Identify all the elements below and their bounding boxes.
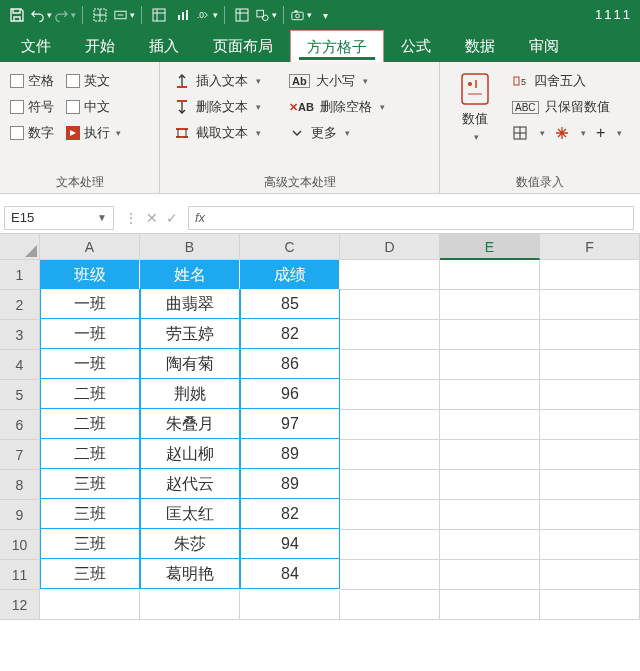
freeze-icon[interactable]: [231, 4, 253, 26]
format-table-icon[interactable]: [148, 4, 170, 26]
col-header-A[interactable]: A: [40, 234, 140, 260]
col-header-C[interactable]: C: [240, 234, 340, 260]
cell-F7[interactable]: [540, 440, 640, 470]
row-header-4[interactable]: 4: [0, 350, 40, 380]
cell-A5[interactable]: 二班: [40, 379, 140, 409]
row-header-12[interactable]: 12: [0, 590, 40, 620]
cmd-keep-num[interactable]: ABC 只保留数值: [508, 94, 626, 120]
row-header-11[interactable]: 11: [0, 560, 40, 590]
cell-E1[interactable]: [440, 260, 540, 290]
cell-B11[interactable]: 葛明艳: [140, 559, 240, 589]
cell-D4[interactable]: [340, 350, 440, 380]
cell-C1[interactable]: 成绩: [240, 260, 340, 290]
cell-C7[interactable]: 89: [240, 439, 340, 469]
row-header-10[interactable]: 10: [0, 530, 40, 560]
cell-E10[interactable]: [440, 530, 540, 560]
cell-B7[interactable]: 赵山柳: [140, 439, 240, 469]
cell-D7[interactable]: [340, 440, 440, 470]
cell-A1[interactable]: 班级: [40, 260, 140, 290]
tab-home[interactable]: 开始: [68, 30, 132, 62]
cell-F1[interactable]: [540, 260, 640, 290]
check-space[interactable]: 空格: [10, 68, 54, 94]
cell-B4[interactable]: 陶有菊: [140, 349, 240, 379]
table-border-icon[interactable]: [89, 4, 111, 26]
cell-D9[interactable]: [340, 500, 440, 530]
cell-D5[interactable]: [340, 380, 440, 410]
cell-B10[interactable]: 朱莎: [140, 529, 240, 559]
cmd-case[interactable]: Ab 大小写▾: [285, 68, 389, 94]
undo-icon[interactable]: ▾: [30, 4, 52, 26]
save-icon[interactable]: [6, 4, 28, 26]
cell-D8[interactable]: [340, 470, 440, 500]
cell-A8[interactable]: 三班: [40, 469, 140, 499]
cell-D6[interactable]: [340, 410, 440, 440]
row-header-8[interactable]: 8: [0, 470, 40, 500]
cell-B8[interactable]: 赵代云: [140, 469, 240, 499]
cell-A12[interactable]: [40, 590, 140, 620]
row-header-2[interactable]: 2: [0, 290, 40, 320]
col-header-B[interactable]: B: [140, 234, 240, 260]
cell-C12[interactable]: [240, 590, 340, 620]
cell-B1[interactable]: 姓名: [140, 260, 240, 290]
cell-C11[interactable]: 84: [240, 559, 340, 589]
select-all-corner[interactable]: [0, 234, 40, 260]
cell-C6[interactable]: 97: [240, 409, 340, 439]
cell-C3[interactable]: 82: [240, 319, 340, 349]
cell-F3[interactable]: [540, 320, 640, 350]
tab-insert[interactable]: 插入: [132, 30, 196, 62]
cell-F6[interactable]: [540, 410, 640, 440]
cell-B9[interactable]: 匡太红: [140, 499, 240, 529]
cell-B12[interactable]: [140, 590, 240, 620]
cell-F12[interactable]: [540, 590, 640, 620]
tab-data[interactable]: 数据: [448, 30, 512, 62]
cell-C4[interactable]: 86: [240, 349, 340, 379]
cell-B3[interactable]: 劳玉婷: [140, 319, 240, 349]
cell-B5[interactable]: 荆姚: [140, 379, 240, 409]
cmd-round[interactable]: 5 四舍五入: [508, 68, 626, 94]
cell-E4[interactable]: [440, 350, 540, 380]
grid-icon[interactable]: [512, 125, 528, 141]
cell-A4[interactable]: 一班: [40, 349, 140, 379]
check-english[interactable]: 英文: [66, 68, 121, 94]
cell-F9[interactable]: [540, 500, 640, 530]
cell-E6[interactable]: [440, 410, 540, 440]
cell-E11[interactable]: [440, 560, 540, 590]
spreadsheet-grid[interactable]: ABCDEF1班级姓名成绩2一班曲翡翠853一班劳玉婷824一班陶有菊865二班…: [0, 234, 640, 620]
cell-A3[interactable]: 一班: [40, 319, 140, 349]
cmd-cut-text[interactable]: 截取文本▾: [170, 120, 265, 146]
cell-E3[interactable]: [440, 320, 540, 350]
col-header-F[interactable]: F: [540, 234, 640, 260]
cmd-delete-text[interactable]: 删除文本▾: [170, 94, 265, 120]
cell-F4[interactable]: [540, 350, 640, 380]
cell-C2[interactable]: 85: [240, 289, 340, 319]
cell-D12[interactable]: [340, 590, 440, 620]
cmd-misc-icons[interactable]: ▾ ▾ +▾: [508, 120, 626, 146]
cell-D11[interactable]: [340, 560, 440, 590]
check-symbol[interactable]: 符号: [10, 94, 54, 120]
check-number[interactable]: 数字: [10, 120, 54, 146]
chevron-down-icon[interactable]: ▼: [97, 212, 107, 223]
cell-A10[interactable]: 三班: [40, 529, 140, 559]
col-header-E[interactable]: E: [440, 234, 540, 260]
tab-file[interactable]: 文件: [4, 30, 68, 62]
tab-pagelayout[interactable]: 页面布局: [196, 30, 290, 62]
row-header-5[interactable]: 5: [0, 380, 40, 410]
tab-formulas[interactable]: 公式: [384, 30, 448, 62]
row-header-7[interactable]: 7: [0, 440, 40, 470]
row-header-3[interactable]: 3: [0, 320, 40, 350]
cell-C10[interactable]: 94: [240, 529, 340, 559]
name-box[interactable]: E15 ▼: [4, 206, 114, 230]
cell-F8[interactable]: [540, 470, 640, 500]
asterisk-icon[interactable]: [555, 126, 569, 140]
decimal-icon[interactable]: .0▾: [196, 4, 218, 26]
cell-E7[interactable]: [440, 440, 540, 470]
cancel-icon[interactable]: ✕: [146, 210, 158, 226]
cmd-insert-text[interactable]: 插入文本▾: [170, 68, 265, 94]
cell-B6[interactable]: 朱叠月: [140, 409, 240, 439]
dots-icon[interactable]: ⋮: [124, 210, 138, 226]
qat-customize-icon[interactable]: ▾: [314, 4, 336, 26]
chart-icon[interactable]: [172, 4, 194, 26]
cell-C5[interactable]: 96: [240, 379, 340, 409]
cell-F11[interactable]: [540, 560, 640, 590]
check-chinese[interactable]: 中文: [66, 94, 121, 120]
